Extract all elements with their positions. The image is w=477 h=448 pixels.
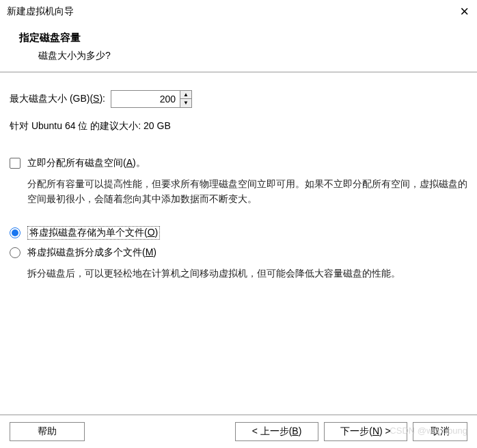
disk-size-label: 最大磁盘大小 (GB)(S):	[10, 93, 105, 105]
back-button[interactable]: < 上一步(B)	[235, 422, 318, 441]
store-split-label: 将虚拟磁盘拆分成多个文件(M)	[27, 247, 156, 259]
store-split-description: 拆分磁盘后，可以更轻松地在计算机之间移动虚拟机，但可能会降低大容量磁盘的性能。	[27, 266, 467, 281]
radio-selected-icon[interactable]	[10, 227, 21, 238]
allocate-now-checkbox[interactable]: 立即分配所有磁盘空间(A)。	[10, 157, 467, 169]
disk-size-row: 最大磁盘大小 (GB)(S): ▲ ▼	[10, 90, 467, 108]
spinner-buttons: ▲ ▼	[180, 91, 191, 107]
wizard-content: 最大磁盘大小 (GB)(S): ▲ ▼ 针对 Ubuntu 64 位 的建议大小…	[0, 72, 477, 281]
allocate-now-label: 立即分配所有磁盘空间(A)。	[27, 157, 146, 169]
radio-unselected-icon[interactable]	[10, 247, 21, 258]
allocate-now-description: 分配所有容量可以提高性能，但要求所有物理磁盘空间立即可用。如果不立即分配所有空间…	[27, 176, 467, 207]
spinner-up-icon[interactable]: ▲	[180, 91, 191, 99]
spinner-down-icon[interactable]: ▼	[180, 99, 191, 107]
cancel-button[interactable]: 取消	[413, 422, 467, 441]
button-bar: 帮助 < 上一步(B) 下一步(N) > 取消	[0, 415, 477, 441]
help-button[interactable]: 帮助	[10, 422, 85, 441]
store-split-radio[interactable]: 将虚拟磁盘拆分成多个文件(M)	[10, 247, 467, 259]
page-subtitle: 磁盘大小为多少?	[38, 50, 463, 62]
checkbox-icon[interactable]	[10, 158, 21, 169]
window-title: 新建虚拟机向导	[7, 5, 74, 18]
store-single-label: 将虚拟磁盘存储为单个文件(O)	[27, 226, 160, 240]
disk-size-input[interactable]	[111, 91, 180, 107]
disk-size-spinner[interactable]: ▲ ▼	[111, 90, 192, 108]
next-button[interactable]: 下一步(N) >	[324, 422, 407, 441]
close-icon[interactable]: ×	[460, 4, 469, 19]
wizard-header: 指定磁盘容量 磁盘大小为多少?	[0, 23, 477, 72]
page-title: 指定磁盘容量	[19, 31, 463, 44]
title-bar: 新建虚拟机向导 ×	[0, 0, 477, 23]
store-single-radio[interactable]: 将虚拟磁盘存储为单个文件(O)	[10, 226, 467, 240]
recommended-size-label: 针对 Ubuntu 64 位 的建议大小: 20 GB	[10, 120, 467, 132]
